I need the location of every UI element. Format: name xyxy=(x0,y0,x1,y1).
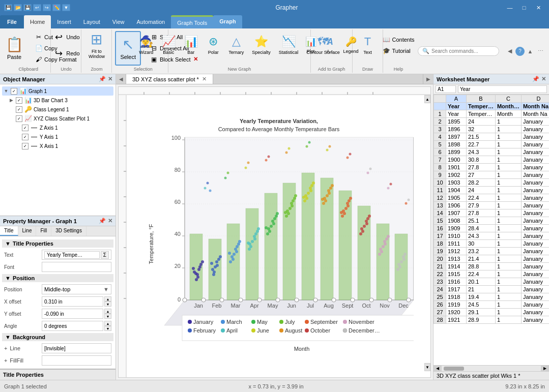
paste-button[interactable]: 📋 Paste xyxy=(3,33,25,64)
undo-icon-title[interactable]: ↩ xyxy=(33,4,41,11)
yoffset-down[interactable]: ▼ xyxy=(104,314,111,319)
position-section[interactable]: ▼ Position xyxy=(2,274,113,282)
help-arrow-back[interactable]: ◀ xyxy=(505,47,514,56)
wizard-button[interactable]: 🧙 Wizard xyxy=(136,27,156,63)
check-xaxis1[interactable]: ✓ xyxy=(22,143,28,149)
maximize-button[interactable]: □ xyxy=(517,3,531,13)
search-input[interactable] xyxy=(431,48,496,54)
tree-item-xaxis1[interactable]: ▶ ✓ — X Axis 1 xyxy=(2,141,113,150)
close-button[interactable]: ✕ xyxy=(532,3,545,13)
specialty-button[interactable]: ⭐ Specialty xyxy=(249,27,274,63)
contents-button[interactable]: 📖 Contents xyxy=(380,35,416,45)
redo-button[interactable]: ↪ Redo xyxy=(50,46,81,61)
ws-scroll-right[interactable]: ▶ xyxy=(541,366,549,371)
table-row[interactable]: 181911301January xyxy=(434,240,550,248)
tab-fill-props[interactable]: Fill xyxy=(36,226,51,236)
check-barchart3[interactable]: ✓ xyxy=(16,97,22,104)
angle-down[interactable]: ▼ xyxy=(104,326,111,331)
yoffset-up[interactable]: ▲ xyxy=(104,309,111,314)
table-row[interactable]: 20191321.41January xyxy=(434,255,550,263)
angle-spinner[interactable]: ▲ ▼ xyxy=(104,321,111,331)
table-row[interactable]: 91902271January xyxy=(434,171,550,179)
tab-graph-tools[interactable]: Graph Tools xyxy=(171,15,213,28)
prop-angle-value[interactable]: 0 degrees xyxy=(42,321,103,331)
plot-button[interactable]: 📊 Plot xyxy=(302,27,320,63)
ws-header-data-row[interactable]: YearTemper…Month…Month Na… xyxy=(434,103,550,110)
table-row[interactable]: 19191223.21January xyxy=(434,248,550,255)
pm-close-icon[interactable]: ✕ xyxy=(108,218,112,224)
tutorial-button[interactable]: 🎓 Tutorial xyxy=(380,46,416,56)
statistical-button[interactable]: 📉 Statistical xyxy=(276,27,302,63)
formula-bar-input[interactable] xyxy=(458,85,547,93)
minimize-button[interactable]: — xyxy=(503,3,516,13)
table-row[interactable]: 23191620.11January xyxy=(434,278,550,286)
chart-tab-right-nav[interactable]: ▶ xyxy=(423,74,433,84)
tab-home[interactable]: Home xyxy=(24,15,51,28)
search-box[interactable]: 🔍 xyxy=(418,46,499,56)
table-row[interactable]: 7190030.81January xyxy=(434,156,550,164)
chart-tab-left-nav[interactable]: ◀ xyxy=(116,74,126,84)
wm-pin-icon[interactable]: 📌 xyxy=(532,76,539,82)
col-header-a[interactable]: A xyxy=(446,95,467,103)
fit-to-window-button[interactable]: ⊞ Fit to Window xyxy=(84,29,108,61)
table-row[interactable]: 5189822.71January xyxy=(434,141,550,148)
table-row[interactable]: 28192128.91January xyxy=(434,316,550,324)
prop-position-value[interactable]: Middle-top ▼ xyxy=(42,284,111,294)
undo-button[interactable]: ↩ Undo xyxy=(50,30,81,44)
redo-icon-title[interactable]: ↪ xyxy=(43,4,51,11)
table-row[interactable]: 27192029.11January xyxy=(434,309,550,316)
expand-barchart3[interactable]: ▶ xyxy=(8,98,14,103)
table-row[interactable]: 10190328.21January xyxy=(434,179,550,187)
tree-item-barchart3[interactable]: ▶ ✓ 📊 3D Bar Chart 3 xyxy=(2,96,113,105)
minimize-ribbon-icon[interactable]: ▲ xyxy=(526,47,535,56)
options-icon[interactable]: ⋯ xyxy=(536,47,545,56)
tree-item-classlegend1[interactable]: ▶ ✓ 🔑 Class Legend 1 xyxy=(2,105,113,114)
check-yaxis1[interactable]: ✓ xyxy=(22,134,28,140)
chart-tab-3dxyz[interactable]: 3D XYZ class scatter plot * ✕ xyxy=(126,74,213,84)
table-row[interactable]: 25191819.41January xyxy=(434,293,550,301)
check-xyzscatter1[interactable]: ✓ xyxy=(16,115,22,122)
tab-line-props[interactable]: Line xyxy=(18,226,37,236)
ternary-button[interactable]: △ Ternary xyxy=(225,27,247,63)
expand-graph1[interactable]: ▼ xyxy=(3,88,9,94)
table-row[interactable]: 13190627.91January xyxy=(434,202,550,209)
tab-automation[interactable]: Automation xyxy=(131,15,171,28)
table-row[interactable]: 6189924.31January xyxy=(434,148,550,156)
table-row[interactable]: 8190127.81January xyxy=(434,164,550,171)
tab-view[interactable]: View xyxy=(106,15,131,28)
table-row[interactable]: 111904241January xyxy=(434,187,550,194)
title-properties-section[interactable]: ▼ Title Properties xyxy=(2,239,113,248)
close-panel-icon[interactable]: ✕ xyxy=(108,76,112,82)
scroll-down-button[interactable]: ▼ xyxy=(424,363,430,371)
col-header-c[interactable]: C xyxy=(495,95,521,103)
text-expand-button[interactable]: Σ xyxy=(101,251,109,259)
ws-h-scrollbar[interactable]: ◀ ▶ xyxy=(434,365,549,371)
pin-icon[interactable]: 📌 xyxy=(99,76,106,82)
table-row[interactable]: 26191924.51January xyxy=(434,301,550,309)
table-row[interactable]: 4189721.51January xyxy=(434,133,550,141)
table-row[interactable]: 22191522.41January xyxy=(434,270,550,278)
cell-ref-input[interactable] xyxy=(436,85,456,93)
tab-layout[interactable]: Layout xyxy=(77,15,106,28)
table-row[interactable]: 241917211January xyxy=(434,286,550,293)
tab-3dsettings-props[interactable]: 3D Settings xyxy=(51,226,86,236)
table-row[interactable]: 12190522.41January xyxy=(434,194,550,202)
xoffset-down[interactable]: ▼ xyxy=(104,301,111,307)
table-row[interactable]: 15190825.11January xyxy=(434,217,550,225)
prop-line-value[interactable]: [Invisible] xyxy=(42,343,111,353)
text-button[interactable]: T Text xyxy=(359,27,377,63)
table-row[interactable]: 31896321January xyxy=(434,126,550,133)
table-row[interactable]: 16190928.41January xyxy=(434,225,550,232)
ws-scroll-left[interactable]: ◀ xyxy=(434,366,442,371)
basic-button[interactable]: 📈 Basic xyxy=(158,27,179,63)
tab-graph[interactable]: Graph xyxy=(213,15,242,28)
tree-item-xyzscatter1[interactable]: ▶ ✓ 📈 XYZ Class Scatter Plot 1 xyxy=(2,114,113,123)
background-section[interactable]: ▼ Background xyxy=(2,333,113,341)
scroll-up-button[interactable]: ▲ xyxy=(424,95,430,103)
pen-icon[interactable]: ✏️ xyxy=(52,4,61,11)
open-icon[interactable]: 📂 xyxy=(14,4,22,11)
a-button[interactable]: A A... xyxy=(321,27,339,63)
tab-title-props[interactable]: Title xyxy=(0,226,18,236)
polar-button[interactable]: ⊛ Polar xyxy=(203,27,223,63)
table-row[interactable]: 21191428.81January xyxy=(434,263,550,270)
